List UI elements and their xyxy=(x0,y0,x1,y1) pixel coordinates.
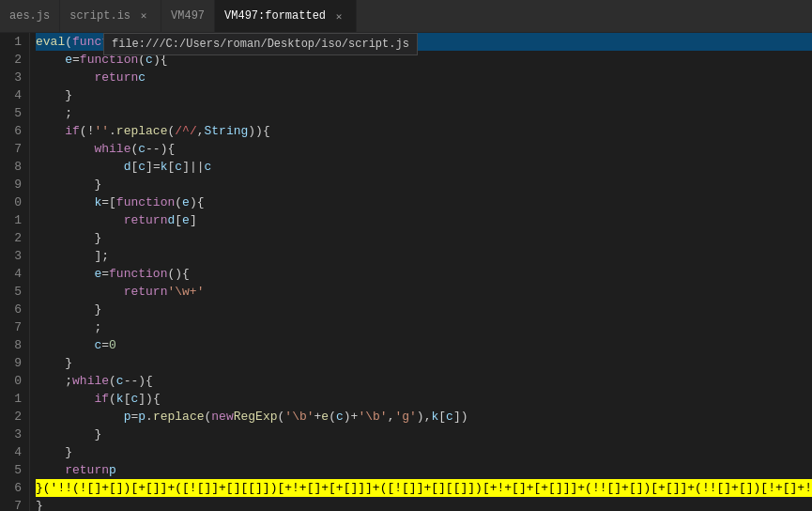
code-line-10: k = [function(e) { xyxy=(36,194,812,211)
code-line-4: } xyxy=(36,86,812,104)
code-line-15: return '\w+' xyxy=(36,283,812,301)
code-line-5: ; xyxy=(36,104,812,122)
line-num-7: 7 xyxy=(5,140,22,158)
tab-vm497-formatted[interactable]: VM497:formatted ✕ xyxy=(215,0,357,32)
line-num-19: 9 xyxy=(5,354,22,372)
code-line-11: return d[e] xyxy=(36,211,812,229)
code-line-14: e = function() { xyxy=(36,265,812,283)
code-line-3: return c xyxy=(36,69,812,86)
tab-label-script: script.is xyxy=(69,9,130,23)
line-num-15: 5 xyxy=(5,283,22,301)
code-line-27: } xyxy=(36,497,812,511)
file-path-tooltip: file:///C:/Users/roman/Desktop/iso/scrip… xyxy=(103,33,418,55)
line-num-10: 0 xyxy=(5,194,22,211)
code-line-7: while (c--) { xyxy=(36,140,812,158)
code-line-26: }('!!(![]+[])[+[]]+([![]]+[][[]])[+!+[]+… xyxy=(36,479,812,497)
line-num-27: 7 xyxy=(5,497,22,511)
line-num-25: 5 xyxy=(5,461,22,479)
code-line-23: } xyxy=(36,426,812,443)
line-num-12: 2 xyxy=(5,229,22,247)
line-num-4: 4 xyxy=(5,86,22,104)
code-area[interactable]: eval(function(p,s,c,k,e,d) { e = functio… xyxy=(30,33,812,511)
tab-script-is[interactable]: script.is ✕ xyxy=(60,0,161,32)
line-num-21: 1 xyxy=(5,390,22,408)
code-line-19: } xyxy=(36,354,812,372)
line-num-6: 6 xyxy=(5,122,22,140)
code-line-20: ;while (c--) { xyxy=(36,372,812,390)
tab-close-vm497-formatted[interactable]: ✕ xyxy=(331,8,346,23)
line-num-24: 4 xyxy=(5,443,22,461)
line-num-5: 5 xyxy=(5,104,22,122)
code-line-25: return p xyxy=(36,461,812,479)
line-num-20: 0 xyxy=(5,372,22,390)
tab-bar: aes.js script.is ✕ VM497 VM497:formatted… xyxy=(0,0,812,33)
line-num-16: 6 xyxy=(5,301,22,318)
code-line-17: ; xyxy=(36,318,812,336)
tab-close-script[interactable]: ✕ xyxy=(136,8,151,23)
line-num-8: 8 xyxy=(5,158,22,176)
line-num-2: 2 xyxy=(5,51,22,69)
tab-vm497[interactable]: VM497 xyxy=(161,0,215,32)
tab-aes-js[interactable]: aes.js xyxy=(0,0,60,32)
tab-label-aes: aes.js xyxy=(9,9,50,23)
line-num-11: 1 xyxy=(5,211,22,229)
code-line-6: if (!''.replace(/^/, String)) { xyxy=(36,122,812,140)
code-line-24: } xyxy=(36,443,812,461)
code-line-21: if (k[c]) { xyxy=(36,390,812,408)
code-line-8: d[c] = k[c] || c xyxy=(36,158,812,176)
line-num-13: 3 xyxy=(5,247,22,265)
code-lines: eval(function(p,s,c,k,e,d) { e = functio… xyxy=(30,33,812,511)
line-num-23: 3 xyxy=(5,426,22,443)
line-num-1: 1 xyxy=(5,33,22,51)
code-line-18: c = 0 xyxy=(36,336,812,354)
line-num-14: 4 xyxy=(5,265,22,283)
tab-label-vm497-formatted: VM497:formatted xyxy=(224,9,326,23)
code-line-16: } xyxy=(36,301,812,318)
line-num-17: 7 xyxy=(5,318,22,336)
code-line-9: } xyxy=(36,176,812,194)
line-num-22: 2 xyxy=(5,408,22,426)
tab-label-vm497: VM497 xyxy=(171,9,205,23)
line-num-3: 3 xyxy=(5,69,22,86)
code-line-13: ]; xyxy=(36,247,812,265)
code-line-22: p = p.replace(new RegExp('\b' + e(c) + '… xyxy=(36,408,812,426)
line-num-18: 8 xyxy=(5,336,22,354)
line-numbers: 1 2 3 4 5 6 7 8 9 0 1 2 3 4 5 6 7 8 9 0 … xyxy=(0,33,30,511)
line-num-9: 9 xyxy=(5,176,22,194)
line-num-26: 6 xyxy=(5,479,22,497)
editor: 1 2 3 4 5 6 7 8 9 0 1 2 3 4 5 6 7 8 9 0 … xyxy=(0,33,812,511)
code-line-12: } xyxy=(36,229,812,247)
